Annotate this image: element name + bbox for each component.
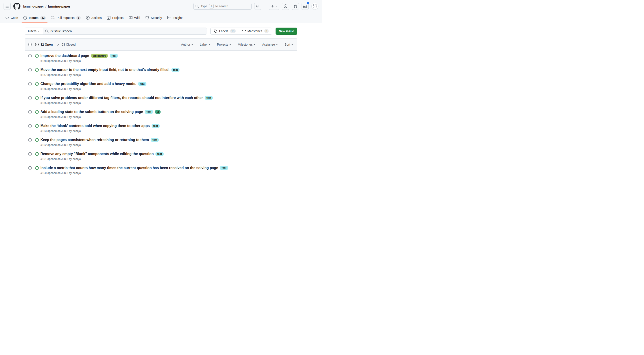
open-count-label: 32 Open	[40, 43, 53, 46]
git-pull-request-icon	[294, 5, 297, 8]
issue-title-link[interactable]: Make the ‘blank’ contents bold when copy…	[40, 123, 150, 129]
open-issues-toggle[interactable]: 32 Open	[35, 43, 53, 46]
issue-title-link[interactable]: Remove any empty "Blank" components whil…	[40, 151, 154, 157]
issues-toolbar: Filters is:issue is:open Labels 13 Miles…	[25, 28, 297, 35]
label-pill[interactable]: feat	[151, 138, 159, 142]
tab-label: Issues	[29, 16, 38, 20]
tab-label: Security	[151, 16, 162, 20]
issue-checkbox[interactable]	[28, 166, 32, 169]
filters-dropdown-button[interactable]: Filters	[25, 28, 43, 35]
issue-row: Add a loading state to the submit button…	[25, 107, 297, 121]
label-pill[interactable]: big picture	[91, 54, 108, 58]
issue-checkbox[interactable]	[28, 82, 32, 85]
copilot-icon	[256, 5, 260, 8]
search-placeholder-prefix: Type	[201, 5, 207, 8]
tab-insights[interactable]: Insights	[166, 13, 185, 23]
label-pill[interactable]: feat	[152, 124, 160, 128]
issue-main: Change the probability algorithm and add…	[40, 81, 146, 91]
tab-issues[interactable]: Issues32	[22, 13, 48, 23]
your-pull-requests-button[interactable]	[292, 3, 299, 10]
issue-meta: #153 opened on Jun 8 by echoja	[40, 129, 160, 133]
issue-meta: #157 opened on Jun 8 by echoja	[40, 73, 180, 77]
issue-main: Move the cursor to the next empty input …	[40, 67, 180, 77]
issue-row: Improve the dashboard page big picture f…	[25, 51, 297, 65]
issue-title-link[interactable]: Move the cursor to the next empty input …	[40, 67, 170, 73]
issue-title-link[interactable]: If you solve problems under different ta…	[40, 95, 203, 101]
search-placeholder-suffix: to search	[215, 5, 228, 8]
issues-list-header: 32 Open 63 Closed Author Label Projects …	[25, 39, 297, 51]
check-icon	[56, 43, 60, 46]
issue-main: Make the ‘blank’ contents bold when copy…	[40, 123, 160, 133]
search-icon	[195, 5, 199, 8]
tab-code[interactable]: Code	[4, 13, 20, 23]
breadcrumb-repo-link[interactable]: farming-paper	[48, 5, 70, 8]
create-new-button[interactable]	[269, 3, 279, 10]
issue-checkbox[interactable]	[28, 96, 32, 99]
your-issues-button[interactable]	[282, 3, 289, 10]
new-issue-button[interactable]: New issue	[276, 28, 297, 35]
issue-checkbox[interactable]	[28, 68, 32, 71]
label-pill[interactable]: feat	[220, 166, 228, 170]
issue-meta: #156 opened on Jun 8 by echoja	[40, 87, 146, 91]
avatar[interactable]	[311, 3, 318, 10]
issue-checkbox[interactable]	[28, 54, 32, 57]
tab-security[interactable]: Security	[144, 13, 164, 23]
label-pill[interactable]: feat	[205, 96, 213, 100]
copilot-button[interactable]	[254, 3, 261, 10]
milestones-filter-dropdown[interactable]: Milestones	[238, 43, 256, 46]
global-search-input[interactable]: Type / to search	[193, 3, 252, 10]
play-icon	[86, 16, 90, 20]
milestones-button[interactable]: Milestones 0	[239, 28, 272, 35]
issue-checkbox[interactable]	[28, 124, 32, 127]
label-pill[interactable]: feat	[138, 82, 146, 86]
issue-main: Keep the pages consistent when refreshin…	[40, 137, 159, 147]
tab-actions[interactable]: Actions	[84, 13, 103, 23]
label-pill[interactable]: feat	[110, 54, 118, 58]
author-filter-dropdown[interactable]: Author	[181, 43, 193, 46]
label-pill[interactable]: ui	[155, 110, 161, 114]
issue-checkbox[interactable]	[28, 110, 32, 113]
issue-row: Include a metric that counts how many ti…	[25, 163, 297, 177]
issue-row: Make the ‘blank’ contents bold when copy…	[25, 121, 297, 135]
assignee-filter-dropdown[interactable]: Assignee	[262, 43, 278, 46]
select-all-checkbox[interactable]	[28, 43, 32, 46]
issue-opened-icon	[35, 82, 39, 86]
issue-title-link[interactable]: Keep the pages consistent when refreshin…	[40, 137, 149, 143]
tab-projects[interactable]: Projects	[105, 13, 125, 23]
breadcrumb-owner-link[interactable]: farming-paper	[23, 5, 44, 8]
hamburger-menu-button[interactable]	[4, 3, 11, 10]
plus-icon	[271, 5, 274, 8]
label-pill[interactable]: feat	[171, 68, 180, 72]
label-pill[interactable]: feat	[155, 152, 164, 156]
issue-title-link[interactable]: Change the probability algorithm and add…	[40, 81, 136, 87]
issue-opened-icon	[35, 152, 39, 156]
issue-opened-icon	[35, 43, 39, 46]
label-filter-dropdown[interactable]: Label	[200, 43, 210, 46]
issue-title-link[interactable]: Include a metric that counts how many ti…	[40, 165, 218, 171]
tab-wiki[interactable]: Wiki	[127, 13, 142, 23]
issue-checkbox[interactable]	[28, 138, 32, 141]
projects-filter-dropdown[interactable]: Projects	[217, 43, 231, 46]
issue-main: If you solve problems under different ta…	[40, 95, 213, 105]
tab-pull-requests[interactable]: Pull requests1	[49, 13, 82, 23]
issue-main: Include a metric that counts how many ti…	[40, 165, 228, 175]
issue-row-clipped	[25, 177, 297, 178]
issue-row: Keep the pages consistent when refreshin…	[25, 135, 297, 149]
dropdown-label: Projects	[217, 43, 228, 46]
labels-button[interactable]: Labels 13	[211, 28, 239, 35]
label-pill[interactable]: feat	[145, 110, 153, 114]
closed-issues-toggle[interactable]: 63 Closed	[56, 43, 76, 46]
dropdown-label: Label	[200, 43, 207, 46]
github-logo[interactable]	[13, 3, 20, 10]
chevron-down-icon	[229, 44, 231, 46]
issue-checkbox[interactable]	[28, 152, 32, 155]
issues-search-input[interactable]: is:issue is:open	[43, 28, 207, 35]
issue-title-link[interactable]: Add a loading state to the submit button…	[40, 109, 143, 115]
issue-title-link[interactable]: Improve the dashboard page	[40, 53, 89, 59]
notifications-inbox-button[interactable]	[302, 3, 309, 10]
chevron-down-icon	[38, 31, 40, 33]
sort-dropdown[interactable]: Sort	[284, 43, 293, 46]
chevron-down-icon	[291, 44, 293, 46]
slash-key-hint: /	[209, 4, 214, 9]
issue-opened-icon	[35, 124, 39, 128]
